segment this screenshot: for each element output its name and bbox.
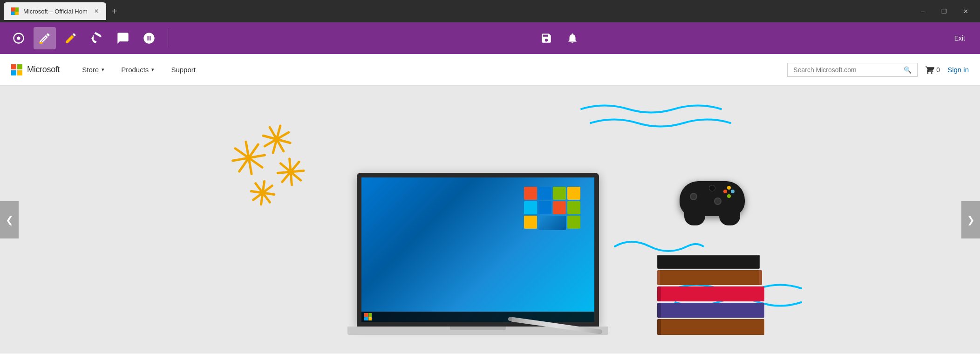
controller-left-stick bbox=[690, 193, 697, 200]
controller-image bbox=[680, 181, 745, 216]
toolbar-divider bbox=[168, 29, 168, 48]
window-controls: – ❐ ✕ bbox=[912, 0, 976, 22]
book-purple bbox=[657, 303, 764, 318]
book-top bbox=[657, 255, 760, 269]
logo-text: Microsoft bbox=[27, 65, 60, 75]
left-arrow-icon: ❮ bbox=[6, 214, 14, 225]
minimize-button[interactable]: – bbox=[912, 0, 933, 22]
store-nav-link[interactable]: Store ▾ bbox=[75, 54, 112, 86]
sign-in-button[interactable]: Sign in bbox=[947, 66, 969, 74]
logo-grid bbox=[11, 64, 22, 75]
extra-tool-button[interactable] bbox=[138, 27, 160, 49]
svg-line-10 bbox=[235, 144, 262, 171]
cart-button[interactable]: 0 bbox=[925, 65, 940, 75]
navbar: Microsoft Store ▾ Products ▾ Support 🔍 0… bbox=[0, 54, 980, 86]
cart-count: 0 bbox=[936, 66, 940, 74]
controller-right-stick bbox=[714, 197, 721, 205]
next-slide-button[interactable]: ❯ bbox=[961, 201, 980, 238]
controller-body bbox=[680, 181, 745, 216]
search-icon: 🔍 bbox=[904, 66, 912, 74]
svg-rect-6 bbox=[39, 42, 42, 44]
book-bottom bbox=[657, 319, 764, 335]
laptop-screen bbox=[357, 173, 599, 327]
svg-point-5 bbox=[17, 37, 20, 40]
nav-right: 🔍 0 Sign in bbox=[787, 63, 969, 77]
support-nav-link[interactable]: Support bbox=[163, 54, 203, 86]
tab-favicon bbox=[11, 7, 19, 15]
close-button[interactable]: ✕ bbox=[955, 0, 976, 22]
controller-a-button bbox=[727, 194, 731, 198]
products-nav-link[interactable]: Products ▾ bbox=[114, 54, 162, 86]
controller-y-button bbox=[727, 186, 731, 190]
svg-rect-3 bbox=[15, 12, 19, 15]
controller-left-grip bbox=[684, 207, 705, 225]
store-label: Store bbox=[82, 66, 99, 74]
tab-close-button[interactable]: ✕ bbox=[94, 8, 99, 14]
tab-bar: Microsoft – Official Hom ✕ + bbox=[4, 0, 912, 22]
windows-tiles bbox=[524, 187, 580, 230]
svg-rect-1 bbox=[15, 7, 19, 11]
microsoft-logo[interactable]: Microsoft bbox=[11, 64, 60, 75]
touch-tool-button[interactable] bbox=[7, 27, 30, 49]
prev-slide-button[interactable]: ❮ bbox=[0, 201, 19, 238]
save-button[interactable] bbox=[535, 27, 558, 49]
exit-button[interactable]: Exit bbox=[947, 31, 973, 46]
search-box[interactable]: 🔍 bbox=[787, 63, 918, 77]
comment-tool-button[interactable] bbox=[112, 27, 134, 49]
nav-links: Store ▾ Products ▾ Support bbox=[75, 54, 203, 86]
new-tab-button[interactable]: + bbox=[106, 6, 123, 17]
svg-rect-2 bbox=[11, 12, 14, 15]
pen-tool-button[interactable] bbox=[34, 27, 56, 49]
notification-button[interactable] bbox=[561, 27, 584, 49]
active-tab[interactable]: Microsoft – Official Hom ✕ bbox=[4, 2, 106, 20]
stars-decoration bbox=[225, 111, 319, 214]
books-image bbox=[657, 255, 764, 335]
book-brown bbox=[657, 270, 762, 285]
browser-chrome: Microsoft – Official Hom ✕ + – ❐ ✕ bbox=[0, 0, 980, 22]
tab-title: Microsoft – Official Hom bbox=[23, 8, 88, 15]
products-chevron-icon: ▾ bbox=[151, 67, 154, 73]
laptop-image bbox=[357, 173, 599, 335]
products-label: Products bbox=[121, 66, 149, 74]
hero-section: ❮ bbox=[0, 86, 980, 354]
highlight-tool-button[interactable] bbox=[60, 27, 82, 49]
eraser-tool-button[interactable] bbox=[86, 27, 108, 49]
laptop-notch bbox=[450, 327, 506, 330]
svg-line-14 bbox=[265, 127, 288, 151]
laptop-display bbox=[361, 177, 594, 322]
store-chevron-icon: ▾ bbox=[102, 67, 104, 73]
book-red bbox=[657, 286, 764, 301]
annotation-toolbar: Exit bbox=[0, 22, 980, 54]
right-arrow-icon: ❯ bbox=[967, 214, 975, 225]
cart-icon bbox=[925, 65, 934, 75]
start-button bbox=[364, 313, 372, 320]
controller-right-grip bbox=[719, 207, 740, 225]
laptop bbox=[357, 173, 599, 335]
controller-b-button bbox=[723, 190, 727, 193]
support-label: Support bbox=[171, 66, 196, 74]
search-input[interactable] bbox=[793, 66, 900, 74]
svg-rect-0 bbox=[11, 7, 14, 11]
controller-xbox-button bbox=[709, 185, 715, 191]
maximize-button[interactable]: ❐ bbox=[933, 0, 955, 22]
squiggles-top-decoration bbox=[577, 100, 735, 137]
controller-x-button bbox=[731, 190, 735, 193]
windows-taskbar bbox=[361, 312, 594, 322]
